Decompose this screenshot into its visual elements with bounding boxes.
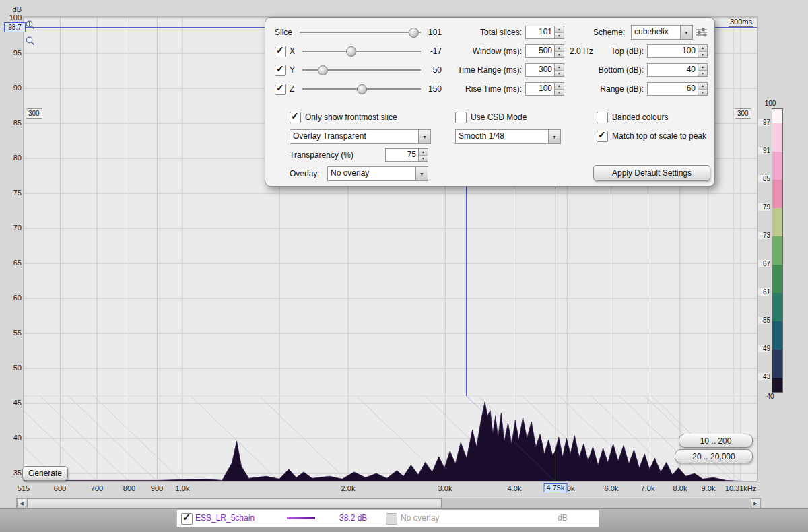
scrollbar-thumb[interactable] [27,498,442,508]
slider-track [302,51,421,52]
range-db-value[interactable]: 60 [648,83,698,95]
smoothing-select[interactable]: Smooth 1/48 [455,129,561,144]
slice-label: Slice [275,28,296,37]
overlay-mode-value: Overlay Transparent [290,130,418,143]
chevron-down-icon[interactable] [418,130,430,143]
chevron-down-icon[interactable] [415,167,428,180]
frontmost-slice-checkbox[interactable] [290,112,301,123]
transparency-value[interactable]: 75 [386,149,418,161]
z-axis-checkbox[interactable] [275,84,286,95]
spinner-down-icon[interactable] [555,71,564,77]
colorbar-segment [772,152,782,180]
slider-knob[interactable] [318,65,328,75]
scroll-left-icon[interactable] [17,498,26,508]
slider-track [300,32,421,33]
colorbar-segment [772,123,782,152]
spinner-down-icon[interactable] [698,90,707,96]
spinner-up-icon[interactable] [555,26,564,33]
legend-overlay-checkbox[interactable] [386,513,397,525]
overlay-select[interactable]: No overlay [327,166,428,181]
db-tick-label: 100 [1,13,22,22]
range-bass-button[interactable]: 10 .. 200 [679,434,753,448]
slider-knob[interactable] [409,28,419,38]
spinner-down-icon[interactable] [555,90,564,96]
measurement-name[interactable]: ESS_LR_5chain [195,513,255,523]
freq-tick-label: 600 [54,484,66,492]
match-top-checkbox[interactable] [597,131,608,142]
slice-value: 101 [424,28,442,37]
freq-tick-label: 7.0k [641,484,655,492]
scheme-value: cubehelix [632,26,680,39]
colorbar-tick-label: 79 [758,203,770,211]
zoom-x-icon[interactable] [25,20,36,30]
colorbar-segment [772,208,782,236]
rise-time-spinner[interactable]: 100 [525,82,564,96]
spinner-down-icon[interactable] [555,33,564,39]
x-slider[interactable] [302,45,421,57]
legend-overlay-label: No overlay [401,513,439,523]
freq-tick-label: 800 [123,484,135,492]
x-axis-checkbox[interactable] [275,46,286,57]
chevron-down-icon[interactable] [548,130,560,143]
colorbar-segment [772,265,782,293]
window-spinner[interactable]: 500 [525,44,564,58]
top-db-value[interactable]: 100 [648,45,698,57]
overlay-mode-select[interactable]: Overlay Transparent [290,129,431,144]
spinner-down-icon[interactable] [698,52,707,58]
spinner-down-icon[interactable] [555,52,564,58]
overlay-value: No overlay [328,167,415,180]
scheme-settings-icon[interactable] [696,28,709,38]
csd-mode-checkbox[interactable] [455,112,467,123]
z-slider[interactable] [302,83,421,95]
transparency-spinner[interactable]: 75 [385,148,428,162]
window-resolution-label: 2.0 Hz [570,46,593,56]
db-tick-label: 55 [1,329,22,337]
zoom-y-icon[interactable] [25,36,36,46]
measurement-checkbox[interactable] [181,513,193,525]
z-slider-value: 150 [424,84,442,94]
freq-tick-label: 2.0k [341,484,356,492]
time-range-value[interactable]: 300 [526,64,554,76]
z-slider-label: Z [290,84,299,94]
slider-knob[interactable] [357,84,367,94]
spinner-up-icon[interactable] [555,83,564,90]
spinner-up-icon[interactable] [419,149,428,156]
measurement-legend: ESS_LR_5chain 38.2 dB No overlay dB [176,510,599,527]
total-slices-value[interactable]: 101 [526,26,554,38]
horizontal-scrollbar[interactable] [16,498,761,509]
range-db-spinner[interactable]: 60 [647,82,708,96]
y-axis-checkbox[interactable] [275,65,286,76]
spinner-up-icon[interactable] [555,45,564,52]
bottom-db-value[interactable]: 40 [648,64,698,76]
y-slider-label: Y [290,65,299,75]
bottom-db-spinner[interactable]: 40 [647,63,708,77]
window-value[interactable]: 500 [526,45,554,57]
range-full-button[interactable]: 20 .. 20,000 [675,449,753,463]
spinner-up-icon[interactable] [698,83,707,90]
chevron-down-icon[interactable] [680,26,692,39]
slice-slider[interactable] [300,26,421,38]
scroll-right-icon[interactable] [751,498,760,508]
colorbar-bottom-label: 40 [758,393,782,401]
colorbar-segment [772,321,782,350]
freq-tick-label: 6.0k [605,484,619,492]
banded-colours-checkbox[interactable] [597,112,608,123]
rise-time-value[interactable]: 100 [526,83,554,95]
y-slider[interactable] [302,64,421,76]
spinner-down-icon[interactable] [419,156,428,162]
scheme-select[interactable]: cubehelix [631,25,693,40]
spinner-up-icon[interactable] [698,45,707,52]
slider-knob[interactable] [346,46,356,57]
total-slices-spinner[interactable]: 101 [525,26,564,39]
spinner-down-icon[interactable] [698,71,707,77]
freq-tick-label: 4.0k [508,484,522,492]
range-db-label: Range (dB): [593,84,644,94]
spinner-up-icon[interactable] [555,64,564,71]
db-tick-label: 35 [1,469,22,477]
total-slices-label: Total slices: [455,28,522,37]
apply-defaults-button[interactable]: Apply Default Settings [593,165,710,181]
generate-button[interactable]: Generate [22,466,68,481]
spinner-up-icon[interactable] [698,64,707,71]
time-range-spinner[interactable]: 300 [525,63,564,77]
top-db-spinner[interactable]: 100 [647,44,708,58]
